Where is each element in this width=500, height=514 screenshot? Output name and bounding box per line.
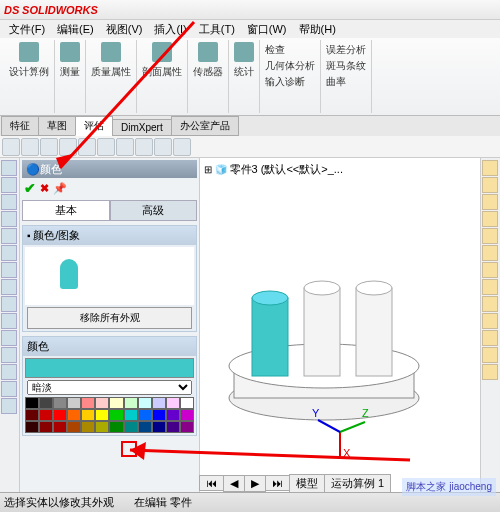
palette-swatch[interactable] xyxy=(138,397,152,409)
tab-evaluate[interactable]: 评估 xyxy=(75,116,113,136)
deviation-button[interactable]: 误差分析 xyxy=(324,42,368,58)
menu-file[interactable]: 文件(F) xyxy=(4,21,50,38)
import-diag-button[interactable]: 输入诊断 xyxy=(263,74,307,90)
palette-swatch[interactable] xyxy=(180,421,194,433)
right-tool-7[interactable] xyxy=(482,262,498,278)
scene-button[interactable] xyxy=(154,138,172,156)
palette-swatch[interactable] xyxy=(67,397,81,409)
right-tool-13[interactable] xyxy=(482,364,498,380)
bottom-tab-model[interactable]: 模型 xyxy=(289,474,325,493)
palette-swatch[interactable] xyxy=(152,409,166,421)
pushpin-icon[interactable]: 📌 xyxy=(53,182,67,195)
right-tool-5[interactable] xyxy=(482,228,498,244)
hide-show-button[interactable] xyxy=(116,138,134,156)
menu-edit[interactable]: 编辑(E) xyxy=(52,21,99,38)
design-study-button[interactable]: 设计算例 xyxy=(7,64,51,80)
right-tool-11[interactable] xyxy=(482,330,498,346)
palette-swatch[interactable] xyxy=(67,421,81,433)
palette-swatch[interactable] xyxy=(81,397,95,409)
sensor-button[interactable]: 传感器 xyxy=(191,64,225,80)
right-tool-12[interactable] xyxy=(482,347,498,363)
right-tool-4[interactable] xyxy=(482,211,498,227)
left-tool-4[interactable] xyxy=(1,211,17,227)
palette-swatch[interactable] xyxy=(124,397,138,409)
section-view-button[interactable] xyxy=(78,138,96,156)
palette-swatch[interactable] xyxy=(25,397,39,409)
menu-view[interactable]: 视图(V) xyxy=(101,21,148,38)
current-color-swatch[interactable] xyxy=(25,358,194,378)
ok-button[interactable]: ✔ xyxy=(24,180,36,196)
palette-swatch[interactable] xyxy=(95,421,109,433)
left-tool-3[interactable] xyxy=(1,194,17,210)
zoom-area-button[interactable] xyxy=(40,138,58,156)
left-tool-7[interactable] xyxy=(1,262,17,278)
cancel-button[interactable]: ✖ xyxy=(40,182,49,195)
measure-button[interactable]: 测量 xyxy=(58,64,82,80)
left-tool-8[interactable] xyxy=(1,279,17,295)
subtab-advanced[interactable]: 高级 xyxy=(110,200,198,221)
view-settings-button[interactable] xyxy=(173,138,191,156)
palette-swatch[interactable] xyxy=(109,397,123,409)
left-tool-15[interactable] xyxy=(1,398,17,414)
right-tool-6[interactable] xyxy=(482,245,498,261)
zoom-fit-button[interactable] xyxy=(21,138,39,156)
tab-sketch[interactable]: 草图 xyxy=(38,116,76,136)
remove-all-button[interactable]: 移除所有外观 xyxy=(27,307,191,329)
tab-features[interactable]: 特征 xyxy=(1,116,39,136)
palette-swatch[interactable] xyxy=(39,409,53,421)
left-tool-6[interactable] xyxy=(1,245,17,261)
right-tool-3[interactable] xyxy=(482,194,498,210)
left-tool-1[interactable] xyxy=(1,160,17,176)
bottom-tab-motion[interactable]: 运动算例 1 xyxy=(324,474,391,493)
palette-swatch[interactable] xyxy=(53,421,67,433)
palette-swatch[interactable] xyxy=(39,397,53,409)
tab-office[interactable]: 办公室产品 xyxy=(171,116,239,136)
menu-insert[interactable]: 插入(I) xyxy=(149,21,191,38)
check-button[interactable]: 检查 xyxy=(263,42,287,58)
palette-swatch[interactable] xyxy=(67,409,81,421)
tab-dimxpert[interactable]: DimXpert xyxy=(112,119,172,136)
menu-help[interactable]: 帮助(H) xyxy=(294,21,341,38)
graphics-area[interactable]: ⊞ 🧊 零件3 (默认<<默认>_... X Z Y ⏮ ◀ ▶ ⏭ 模型 运动… xyxy=(200,158,480,492)
left-tool-9[interactable] xyxy=(1,296,17,312)
left-tool-5[interactable] xyxy=(1,228,17,244)
palette-swatch[interactable] xyxy=(166,397,180,409)
scroll-first-icon[interactable]: ⏮ xyxy=(199,475,224,491)
left-tool-14[interactable] xyxy=(1,381,17,397)
palette-swatch[interactable] xyxy=(124,409,138,421)
palette-swatch[interactable] xyxy=(152,397,166,409)
right-tool-10[interactable] xyxy=(482,313,498,329)
palette-swatch[interactable] xyxy=(53,397,67,409)
mass-props-button[interactable]: 质量属性 xyxy=(89,64,133,80)
left-tool-13[interactable] xyxy=(1,364,17,380)
palette-swatch[interactable] xyxy=(25,409,39,421)
prev-view-button[interactable] xyxy=(59,138,77,156)
palette-swatch[interactable] xyxy=(109,421,123,433)
feature-tree-flyout[interactable]: ⊞ 🧊 零件3 (默认<<默认>_... xyxy=(204,162,343,177)
menu-tools[interactable]: 工具(T) xyxy=(194,21,240,38)
right-tool-2[interactable] xyxy=(482,177,498,193)
left-tool-11[interactable] xyxy=(1,330,17,346)
palette-swatch[interactable] xyxy=(166,421,180,433)
palette-swatch[interactable] xyxy=(152,421,166,433)
subtab-basic[interactable]: 基本 xyxy=(22,200,110,221)
palette-swatch[interactable] xyxy=(180,409,194,421)
appearance-button[interactable] xyxy=(135,138,153,156)
menu-window[interactable]: 窗口(W) xyxy=(242,21,292,38)
palette-swatch[interactable] xyxy=(81,421,95,433)
palette-swatch[interactable] xyxy=(95,409,109,421)
left-tool-12[interactable] xyxy=(1,347,17,363)
palette-swatch[interactable] xyxy=(53,409,67,421)
palette-swatch[interactable] xyxy=(138,409,152,421)
display-style-button[interactable] xyxy=(97,138,115,156)
palette-swatch[interactable] xyxy=(109,409,123,421)
left-tool-10[interactable] xyxy=(1,313,17,329)
geom-analysis-button[interactable]: 几何体分析 xyxy=(263,58,317,74)
right-tool-1[interactable] xyxy=(482,160,498,176)
curvature-button[interactable]: 曲率 xyxy=(324,74,348,90)
right-tool-8[interactable] xyxy=(482,279,498,295)
palette-swatch[interactable] xyxy=(180,397,194,409)
palette-swatch[interactable] xyxy=(166,409,180,421)
palette-swatch[interactable] xyxy=(138,421,152,433)
scroll-prev-icon[interactable]: ◀ xyxy=(223,475,245,492)
